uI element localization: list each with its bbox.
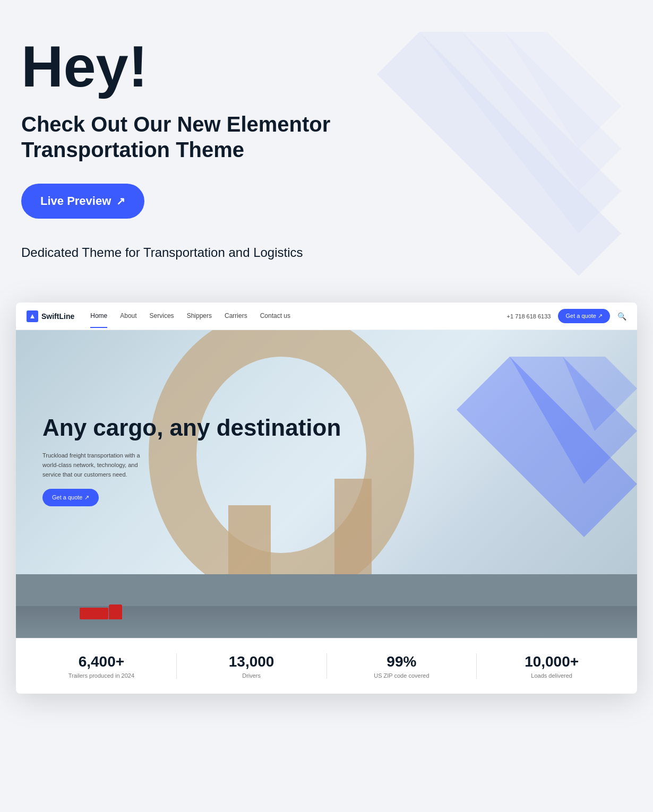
stat-item-drivers: 13,000 Drivers	[177, 653, 327, 679]
stat-item-loads: 10,000+ Loads delivered	[477, 653, 626, 679]
live-preview-label: Live Preview	[40, 194, 111, 208]
arrow-northeast-icon: ↗	[116, 195, 125, 208]
stat-drivers-number: 13,000	[187, 653, 316, 670]
nav-right-group: +1 718 618 6133 Get a quote ↗ 🔍	[507, 309, 626, 323]
hero-subtitle: Check Out Our New Elementor Transportati…	[21, 111, 340, 162]
nav-link-carriers[interactable]: Carriers	[225, 312, 247, 321]
preview-hero-area: Any cargo, any destination Truckload fre…	[16, 330, 637, 638]
logo-text: SwiftLine	[41, 312, 74, 321]
stats-bar: 6,400+ Trailers produced in 2024 13,000 …	[16, 638, 637, 694]
preview-navbar: SwiftLine Home About Services Shippers C…	[16, 303, 637, 330]
stat-item-trailers: 6,400+ Trailers produced in 2024	[27, 653, 177, 679]
live-preview-button[interactable]: Live Preview ↗	[21, 184, 144, 219]
search-icon[interactable]: 🔍	[617, 312, 626, 321]
dedicated-theme-text: Dedicated Theme for Transportation and L…	[21, 245, 632, 260]
truck-trailer	[80, 608, 108, 619]
svg-marker-4	[30, 314, 35, 318]
nav-link-contact[interactable]: Contact us	[260, 312, 290, 321]
nav-link-services[interactable]: Services	[150, 312, 174, 321]
stat-loads-label: Loads delivered	[487, 672, 616, 679]
road-section	[16, 574, 637, 638]
stat-trailers-number: 6,400+	[37, 653, 166, 670]
preview-arrows-decoration	[457, 357, 637, 569]
hero-section: Hey! Check Out Our New Elementor Transpo…	[0, 0, 653, 303]
theme-preview-container: SwiftLine Home About Services Shippers C…	[16, 303, 637, 694]
stat-item-zip: 99% US ZIP code covered	[327, 653, 477, 679]
preview-logo: SwiftLine	[27, 310, 74, 322]
nav-cta-button[interactable]: Get a quote ↗	[558, 309, 610, 323]
nav-phone: +1 718 618 6133	[507, 313, 551, 319]
stat-drivers-label: Drivers	[187, 672, 316, 679]
nav-link-shippers[interactable]: Shippers	[187, 312, 212, 321]
nav-cta-label: Get a quote ↗	[565, 313, 603, 319]
preview-hero-text: Any cargo, any destination Truckload fre…	[42, 415, 341, 506]
preview-hero-cta-button[interactable]: Get a quote ↗	[42, 489, 99, 506]
preview-hero-cta-label: Get a quote ↗	[52, 494, 89, 501]
stat-zip-label: US ZIP code covered	[338, 672, 466, 679]
truck-cab	[109, 604, 122, 619]
stat-trailers-label: Trailers produced in 2024	[37, 672, 166, 679]
truck-vehicle	[80, 603, 122, 619]
preview-hero-description: Truckload freight transportation with a …	[42, 451, 149, 479]
nav-links-group: Home About Services Shippers Carriers Co…	[90, 312, 506, 321]
hero-hey-heading: Hey!	[21, 37, 632, 96]
nav-link-home[interactable]: Home	[90, 312, 107, 321]
stat-loads-number: 10,000+	[487, 653, 616, 670]
stat-zip-number: 99%	[338, 653, 466, 670]
logo-icon	[27, 310, 38, 322]
preview-hero-title: Any cargo, any destination	[42, 415, 341, 440]
nav-link-about[interactable]: About	[120, 312, 136, 321]
